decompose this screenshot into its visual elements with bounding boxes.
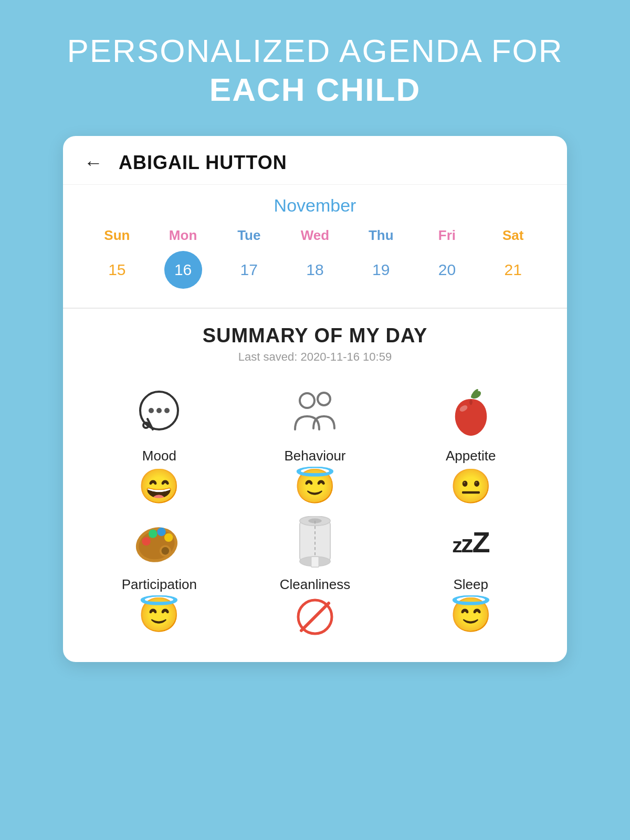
cleanliness-label: Cleanliness bbox=[280, 576, 350, 593]
appetite-icon-area bbox=[439, 385, 502, 443]
svg-point-2 bbox=[156, 408, 162, 413]
summary-item-cleanliness[interactable]: Cleanliness bbox=[240, 513, 391, 641]
day-header-wed: Wed bbox=[282, 223, 348, 248]
mood-label: Mood bbox=[142, 448, 176, 464]
day-cell-18[interactable]: 18 bbox=[282, 248, 348, 292]
no-entry-icon bbox=[296, 598, 334, 636]
day-header-fri: Fri bbox=[414, 223, 480, 248]
summary-title: SUMMARY OF MY DAY bbox=[84, 324, 546, 347]
svg-point-5 bbox=[300, 393, 314, 408]
sleep-icon-area: zzZ bbox=[439, 513, 502, 571]
zzz-icon: zzZ bbox=[453, 528, 489, 557]
sleep-emoji: 😇 bbox=[450, 598, 492, 632]
sleep-label: Sleep bbox=[453, 576, 488, 593]
participation-label: Participation bbox=[122, 576, 197, 593]
chat-bubble-icon bbox=[133, 387, 185, 440]
day-cell-15[interactable]: 15 bbox=[84, 248, 150, 292]
day-header-sun: Sun bbox=[84, 223, 150, 248]
day-cell-19[interactable]: 19 bbox=[348, 248, 414, 292]
back-button[interactable]: ← bbox=[84, 153, 103, 172]
cleanliness-emoji bbox=[296, 598, 334, 641]
behaviour-emoji: 😇 bbox=[294, 469, 336, 503]
svg-point-3 bbox=[164, 408, 170, 413]
svg-point-11 bbox=[142, 537, 151, 545]
svg-point-6 bbox=[318, 393, 330, 405]
participation-icon-area bbox=[128, 513, 191, 571]
summary-item-mood[interactable]: Mood 😄 bbox=[84, 385, 235, 503]
appetite-label: Appetite bbox=[446, 448, 496, 464]
toilet-roll-icon bbox=[289, 516, 341, 569]
svg-rect-22 bbox=[311, 556, 319, 567]
hero-title: PERSONALIZED AGENDA FOR EACH CHILD bbox=[67, 32, 563, 110]
day-cell-17[interactable]: 17 bbox=[216, 248, 282, 292]
svg-point-14 bbox=[164, 533, 173, 542]
hero-line1: PERSONALIZED AGENDA FOR bbox=[67, 33, 563, 69]
day-header-mon: Mon bbox=[150, 223, 216, 248]
people-icon bbox=[289, 387, 341, 440]
svg-point-13 bbox=[158, 528, 166, 536]
day-header-tue: Tue bbox=[216, 223, 282, 248]
summary-subtitle: Last saved: 2020-11-16 10:59 bbox=[84, 350, 546, 364]
calendar: November Sun Mon Tue Wed Thu Fri Sat 15 … bbox=[63, 185, 567, 309]
summary-item-appetite[interactable]: Appetite 😐 bbox=[395, 385, 546, 503]
mood-emoji: 😄 bbox=[138, 469, 180, 503]
appetite-emoji: 😐 bbox=[450, 469, 492, 503]
card-header: ← ABIGAIL HUTTON bbox=[63, 136, 567, 185]
summary-grid: Mood 😄 Behaviour 😇 bbox=[84, 385, 546, 641]
cleanliness-icon-area bbox=[284, 513, 346, 571]
svg-point-1 bbox=[149, 408, 154, 413]
calendar-grid: Sun Mon Tue Wed Thu Fri Sat 15 16 17 18 … bbox=[84, 223, 546, 292]
mood-icon-area bbox=[128, 385, 191, 443]
summary-section: SUMMARY OF MY DAY Last saved: 2020-11-16… bbox=[63, 309, 567, 662]
card: ← ABIGAIL HUTTON November Sun Mon Tue We… bbox=[63, 136, 567, 662]
day-header-sat: Sat bbox=[480, 223, 546, 248]
behaviour-icon-area bbox=[284, 385, 346, 443]
hero-line2: EACH CHILD bbox=[67, 70, 563, 109]
participation-emoji: 😇 bbox=[138, 598, 180, 632]
month-label: November bbox=[84, 195, 546, 216]
apple-icon bbox=[445, 387, 497, 440]
svg-point-12 bbox=[149, 529, 157, 538]
palette-icon bbox=[133, 516, 185, 569]
behaviour-label: Behaviour bbox=[284, 448, 345, 464]
day-cell-20[interactable]: 20 bbox=[414, 248, 480, 292]
day-cell-16[interactable]: 16 bbox=[150, 248, 216, 292]
summary-item-behaviour[interactable]: Behaviour 😇 bbox=[240, 385, 391, 503]
svg-point-16 bbox=[162, 547, 170, 555]
child-name: ABIGAIL HUTTON bbox=[119, 152, 287, 174]
summary-item-participation[interactable]: Participation 😇 bbox=[84, 513, 235, 641]
day-header-thu: Thu bbox=[348, 223, 414, 248]
summary-item-sleep[interactable]: zzZ Sleep 😇 bbox=[395, 513, 546, 641]
day-cell-21[interactable]: 21 bbox=[480, 248, 546, 292]
